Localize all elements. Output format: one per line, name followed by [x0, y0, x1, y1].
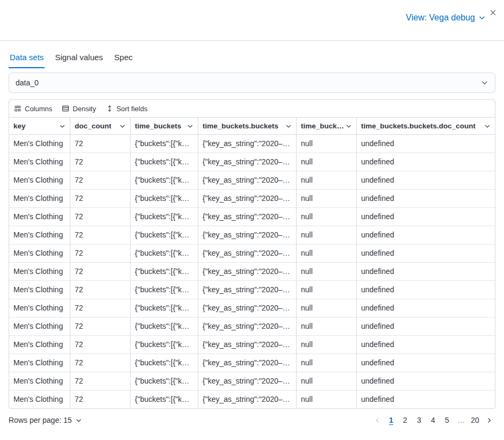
table-cell[interactable]: {"key_as_string":"2020–…	[198, 263, 297, 280]
table-cell[interactable]: 72	[70, 190, 131, 207]
table-cell[interactable]: 72	[70, 391, 131, 408]
table-cell[interactable]: Men's Clothing	[9, 391, 70, 408]
table-cell[interactable]: {"buckets":[{"k…	[131, 391, 198, 408]
table-cell[interactable]: 72	[70, 299, 131, 317]
table-cell[interactable]: {"buckets":[{"k…	[131, 135, 198, 153]
table-cell[interactable]: null	[297, 318, 357, 335]
table-cell[interactable]: undefined	[357, 281, 495, 299]
table-cell[interactable]: Men's Clothing	[9, 153, 70, 171]
table-cell[interactable]: undefined	[357, 244, 495, 262]
sort-fields-button[interactable]: Sort fields	[106, 105, 148, 113]
table-cell[interactable]: Men's Clothing	[9, 171, 70, 189]
page-button-5[interactable]: 5	[441, 414, 453, 427]
table-cell[interactable]: Men's Clothing	[9, 299, 70, 317]
table-cell[interactable]: 72	[70, 336, 131, 354]
table-cell[interactable]: {"key_as_string":"2020–…	[198, 135, 297, 153]
table-cell[interactable]: {"buckets":[{"k…	[131, 336, 198, 354]
column-header[interactable]: doc_count	[70, 118, 131, 134]
table-cell[interactable]: null	[297, 372, 357, 390]
table-cell[interactable]: 72	[70, 226, 131, 244]
table-cell[interactable]: {"key_as_string":"2020–…	[198, 281, 297, 299]
table-cell[interactable]: Men's Clothing	[9, 135, 70, 153]
column-header[interactable]: time_buckets.buckets	[198, 118, 297, 134]
table-cell[interactable]: 72	[70, 135, 131, 153]
table-cell[interactable]: null	[297, 336, 357, 354]
table-cell[interactable]: {"key_as_string":"2020–…	[198, 208, 297, 226]
column-header[interactable]: key	[9, 118, 70, 134]
table-cell[interactable]: {"key_as_string":"2020–…	[198, 190, 297, 207]
table-cell[interactable]: undefined	[357, 372, 495, 390]
table-cell[interactable]: Men's Clothing	[9, 281, 70, 299]
table-cell[interactable]: 72	[70, 281, 131, 299]
page-button-20[interactable]: 20	[469, 414, 481, 427]
table-cell[interactable]: {"buckets":[{"k…	[131, 190, 198, 207]
density-button[interactable]: Density	[62, 105, 96, 113]
close-button[interactable]	[487, 7, 498, 18]
table-cell[interactable]: null	[297, 244, 357, 262]
table-cell[interactable]: null	[297, 135, 357, 153]
view-selector-button[interactable]: View: Vega debug	[406, 13, 486, 23]
table-cell[interactable]: undefined	[357, 354, 495, 372]
table-cell[interactable]: null	[297, 190, 357, 207]
table-cell[interactable]: {"buckets":[{"k…	[131, 299, 198, 317]
column-header[interactable]: time_buckets.buckets.doc_count	[357, 118, 495, 134]
table-cell[interactable]: {"key_as_string":"2020–…	[198, 354, 297, 372]
table-cell[interactable]: 72	[70, 153, 131, 171]
table-cell[interactable]: Men's Clothing	[9, 226, 70, 244]
table-cell[interactable]: Men's Clothing	[9, 354, 70, 372]
table-cell[interactable]: undefined	[357, 391, 495, 408]
table-cell[interactable]: null	[297, 391, 357, 408]
table-cell[interactable]: {"buckets":[{"k…	[131, 318, 198, 335]
column-header[interactable]: time_buckets	[131, 118, 198, 134]
table-cell[interactable]: {"buckets":[{"k…	[131, 281, 198, 299]
table-cell[interactable]: undefined	[357, 226, 495, 244]
previous-page-button[interactable]	[371, 414, 384, 427]
page-button-1[interactable]: 1	[385, 414, 398, 427]
next-page-button[interactable]	[483, 414, 495, 427]
table-cell[interactable]: Men's Clothing	[9, 190, 70, 207]
table-cell[interactable]: null	[297, 281, 357, 299]
table-cell[interactable]: {"key_as_string":"2020–…	[198, 244, 297, 262]
tab-spec[interactable]: Spec	[113, 53, 134, 68]
table-cell[interactable]: {"buckets":[{"k…	[131, 171, 198, 189]
table-cell[interactable]: {"key_as_string":"2020–…	[198, 372, 297, 390]
table-cell[interactable]: {"key_as_string":"2020–…	[198, 336, 297, 354]
table-cell[interactable]: null	[297, 153, 357, 171]
table-cell[interactable]: {"key_as_string":"2020–…	[198, 226, 297, 244]
table-cell[interactable]: undefined	[357, 318, 495, 335]
rows-per-page-button[interactable]: Rows per page: 15	[9, 416, 82, 424]
table-cell[interactable]: Men's Clothing	[9, 318, 70, 335]
table-cell[interactable]: undefined	[357, 135, 495, 153]
table-cell[interactable]: Men's Clothing	[9, 372, 70, 390]
table-cell[interactable]: null	[297, 226, 357, 244]
table-cell[interactable]: 72	[70, 208, 131, 226]
table-cell[interactable]: undefined	[357, 263, 495, 280]
table-cell[interactable]: {"buckets":[{"k…	[131, 244, 198, 262]
page-button-4[interactable]: 4	[427, 414, 440, 427]
table-cell[interactable]: {"buckets":[{"k…	[131, 226, 198, 244]
table-cell[interactable]: 72	[70, 244, 131, 262]
page-button-3[interactable]: 3	[413, 414, 426, 427]
table-cell[interactable]: 72	[70, 354, 131, 372]
table-cell[interactable]: undefined	[357, 336, 495, 354]
table-cell[interactable]: undefined	[357, 190, 495, 207]
table-cell[interactable]: {"key_as_string":"2020–…	[198, 153, 297, 171]
table-cell[interactable]: {"buckets":[{"k…	[131, 372, 198, 390]
table-cell[interactable]: {"buckets":[{"k…	[131, 153, 198, 171]
page-button-2[interactable]: 2	[399, 414, 412, 427]
table-cell[interactable]: 72	[70, 318, 131, 335]
column-header[interactable]: time_buck…	[297, 118, 357, 134]
table-cell[interactable]: 72	[70, 171, 131, 189]
table-cell[interactable]: Men's Clothing	[9, 244, 70, 262]
table-cell[interactable]: undefined	[357, 208, 495, 226]
dataset-select[interactable]: data_0	[9, 73, 495, 93]
table-cell[interactable]: {"key_as_string":"2020–…	[198, 299, 297, 317]
table-cell[interactable]: null	[297, 299, 357, 317]
tab-signal-values[interactable]: Signal values	[54, 53, 104, 68]
table-cell[interactable]: Men's Clothing	[9, 336, 70, 354]
table-cell[interactable]: undefined	[357, 153, 495, 171]
table-cell[interactable]: 72	[70, 372, 131, 390]
table-cell[interactable]: Men's Clothing	[9, 208, 70, 226]
columns-button[interactable]: Columns	[14, 105, 52, 113]
table-cell[interactable]: {"buckets":[{"k…	[131, 263, 198, 280]
